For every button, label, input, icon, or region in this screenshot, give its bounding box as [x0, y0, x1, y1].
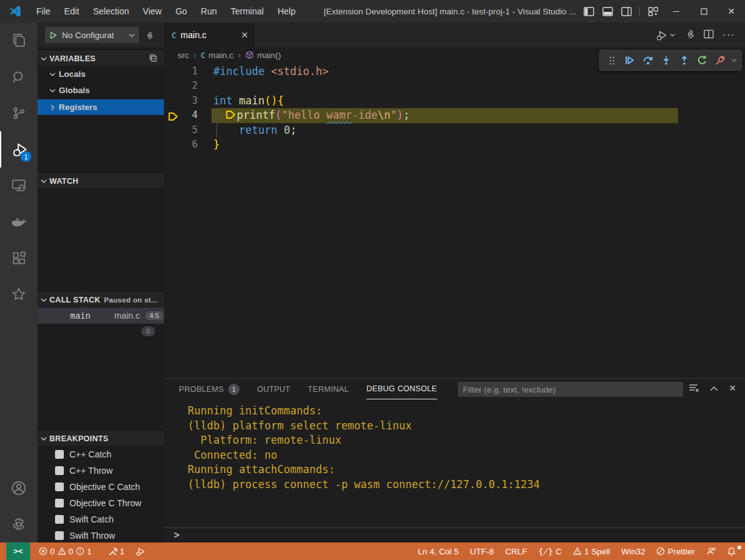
menu-edit[interactable]: Edit: [58, 0, 86, 22]
debug-status[interactable]: [132, 542, 150, 560]
line-number[interactable]: 3: [175, 94, 198, 108]
section-breakpoints[interactable]: BREAKPOINTS: [38, 431, 164, 446]
manage-button[interactable]: [0, 506, 38, 542]
step-into-button[interactable]: [658, 52, 674, 69]
encoding-select[interactable]: UTF-8: [466, 547, 497, 556]
step-out-button[interactable]: [676, 52, 692, 69]
panel-tab-debug-console[interactable]: DEBUG CONSOLE: [367, 379, 437, 399]
line-number[interactable]: 4: [175, 108, 198, 122]
line-number[interactable]: 2: [175, 79, 198, 93]
variables-item-registers[interactable]: Registers: [38, 99, 164, 115]
breakpoint-objective-c-catch[interactable]: Objective C Catch: [38, 479, 164, 495]
more-actions-icon[interactable]: ···: [722, 29, 735, 41]
toggle-panel-icon[interactable]: [598, 0, 617, 22]
variables-item-locals[interactable]: Locals: [38, 66, 164, 82]
sidebar-item-remote-explorer[interactable]: [0, 168, 38, 204]
checkbox[interactable]: [55, 499, 64, 508]
sidebar-item-extensions[interactable]: [0, 240, 38, 276]
stack-frame-row[interactable]: main main.c 4:5: [38, 308, 164, 324]
code-line-2[interactable]: 2: [164, 79, 745, 93]
checkbox[interactable]: [55, 515, 64, 524]
remote-indicator[interactable]: ><: [6, 542, 30, 560]
menu-terminal[interactable]: Terminal: [224, 0, 271, 22]
code-line-3[interactable]: 3int main(){: [164, 94, 745, 108]
continue-button[interactable]: [622, 52, 637, 69]
panel-tab-terminal[interactable]: TERMINAL: [308, 379, 349, 399]
line-number[interactable]: 6: [175, 138, 198, 152]
notifications-button[interactable]: [723, 547, 740, 556]
toggle-secondary-sidebar-icon[interactable]: [617, 0, 636, 22]
debug-settings-gear-icon[interactable]: [144, 31, 154, 40]
formatter-status[interactable]: Prettier: [652, 547, 699, 556]
spell-checker-status[interactable]: 1 Spell: [569, 547, 614, 556]
close-button[interactable]: ✕: [717, 0, 745, 22]
sidebar-item-explorer[interactable]: [0, 22, 38, 59]
section-variables[interactable]: VARIABLES: [38, 51, 164, 66]
sidebar-item-docker[interactable]: [0, 204, 38, 240]
code-line-6[interactable]: 6}: [164, 138, 745, 152]
breakpoint-swift-throw[interactable]: Swift Throw: [38, 528, 164, 542]
collapse-all-icon[interactable]: [149, 54, 158, 64]
sidebar-item-wamr-ide[interactable]: [0, 276, 38, 312]
restart-button[interactable]: [694, 52, 710, 69]
menu-selection[interactable]: Selection: [86, 0, 136, 22]
breakpoint-c-catch[interactable]: C++ Catch: [38, 446, 164, 462]
editor-settings-gear-icon[interactable]: [684, 29, 695, 42]
debug-console-input[interactable]: >: [164, 528, 745, 541]
panel-tab-output[interactable]: OUTPUT: [257, 379, 290, 399]
breakpoint-c-throw[interactable]: C++ Throw: [38, 462, 164, 479]
menu-go[interactable]: Go: [168, 0, 194, 22]
platform-status[interactable]: Win32: [617, 547, 649, 556]
cursor-position[interactable]: Ln 4, Col 5: [414, 547, 462, 556]
debug-config-dropdown[interactable]: No Configurat: [45, 27, 139, 43]
toolbar-drag-handle[interactable]: [604, 52, 619, 69]
menu-run[interactable]: Run: [194, 0, 224, 22]
section-watch[interactable]: WATCH: [38, 174, 164, 188]
disconnect-button[interactable]: [712, 52, 728, 69]
close-panel-icon[interactable]: ✕: [729, 383, 736, 395]
console-filter-input[interactable]: [458, 382, 683, 397]
eol-select[interactable]: CRLF: [501, 547, 530, 556]
section-call-stack[interactable]: CALL STACK Paused on st...: [38, 292, 164, 307]
line-number[interactable]: 5: [175, 123, 198, 138]
tab-main-c[interactable]: C main.c ✕: [164, 22, 255, 48]
sidebar-item-source-control[interactable]: [0, 95, 38, 131]
language-mode[interactable]: {̸} C: [535, 547, 565, 556]
customize-layout-icon[interactable]: [644, 0, 662, 22]
menu-file[interactable]: File: [29, 0, 58, 22]
minimize-button[interactable]: ─: [662, 0, 690, 22]
tools-status[interactable]: 1: [104, 542, 129, 560]
breakpoint-swift-catch[interactable]: Swift Catch: [38, 511, 164, 528]
checkbox[interactable]: [55, 466, 64, 475]
run-or-debug-button[interactable]: [656, 30, 676, 41]
code-line-5[interactable]: 5 return 0;: [164, 123, 745, 138]
clear-console-icon[interactable]: [689, 383, 699, 395]
problems-status[interactable]: 0 0 1: [35, 542, 96, 560]
code-area[interactable]: 1#include <stdio.h>23int main(){4 printf…: [164, 64, 745, 152]
maximize-button[interactable]: [690, 0, 717, 22]
line-number[interactable]: 1: [175, 64, 198, 79]
checkbox[interactable]: [55, 482, 64, 491]
step-over-button[interactable]: [640, 52, 656, 69]
code-line-4[interactable]: 4 printf("hello wamr-ide\n");: [164, 108, 745, 122]
split-editor-icon[interactable]: [704, 29, 714, 41]
sidebar-item-search[interactable]: [0, 59, 38, 95]
accounts-button[interactable]: [0, 470, 38, 506]
spell-label: 1 Spell: [584, 547, 610, 556]
menu-help[interactable]: Help: [271, 0, 303, 22]
breadcrumb-file[interactable]: main.c: [209, 51, 234, 60]
breakpoint-objective-c-throw[interactable]: Objective C Throw: [38, 495, 164, 511]
menu-view[interactable]: View: [136, 0, 168, 22]
breadcrumb-symbol[interactable]: main(): [257, 51, 281, 60]
maximize-panel-icon[interactable]: [710, 383, 718, 395]
feedback-button[interactable]: [702, 547, 719, 556]
sidebar-item-run-and-debug[interactable]: 1: [0, 131, 38, 168]
variables-item-globals[interactable]: Globals: [38, 82, 164, 98]
checkbox[interactable]: [55, 450, 64, 459]
close-tab-icon[interactable]: ✕: [241, 30, 248, 40]
breadcrumb-src[interactable]: src: [178, 51, 189, 60]
panel-tab-problems[interactable]: PROBLEMS1: [179, 379, 240, 399]
toggle-sidebar-icon[interactable]: [579, 0, 598, 22]
checkbox[interactable]: [55, 531, 64, 540]
debug-toolbar-chevron-icon[interactable]: [731, 57, 737, 64]
